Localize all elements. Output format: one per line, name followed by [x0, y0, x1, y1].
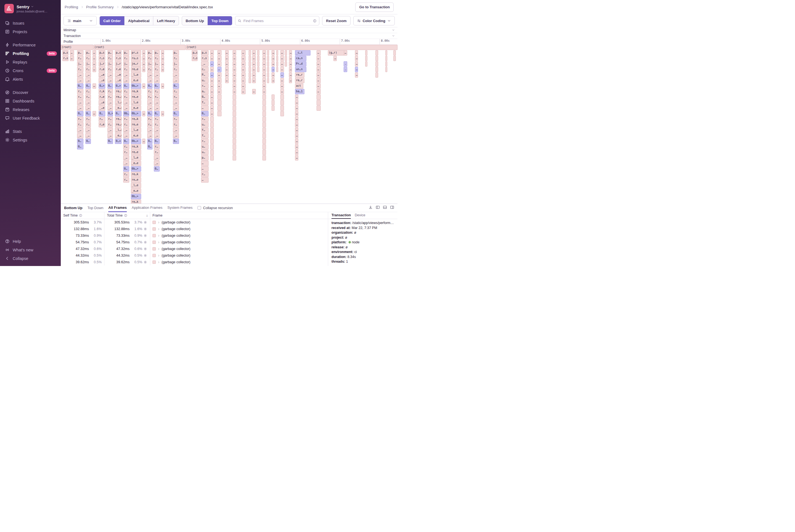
flame-cell[interactable]: _… — [147, 133, 152, 138]
flame-cell[interactable]: _… — [86, 78, 91, 83]
flame-cell[interactable] — [232, 133, 236, 138]
flame-cell[interactable]: _… — [108, 78, 113, 83]
flame-cell[interactable]: _… — [77, 133, 83, 138]
flame-cell[interactable]: … — [217, 67, 222, 72]
flame-cell[interactable] — [249, 50, 251, 56]
flame-cell[interactable]: 0… — [123, 83, 129, 89]
flame-cell[interactable] — [210, 128, 214, 133]
flame-cell[interactable]: _… — [173, 133, 179, 138]
flame-cell[interactable]: … — [280, 83, 284, 89]
flame-cell[interactable]: _… — [86, 72, 91, 78]
flame-cell[interactable]: r… — [147, 117, 152, 122]
flame-cell[interactable] — [280, 100, 284, 105]
flame-cell[interactable]: … — [161, 61, 164, 66]
flame-cell[interactable]: 0… — [86, 139, 91, 144]
frame-settings-button[interactable] — [142, 247, 148, 250]
panel-bottom-button[interactable] — [383, 205, 387, 210]
flame-cell[interactable]: 0… — [147, 111, 152, 116]
flame-cell[interactable]: … — [217, 83, 222, 89]
flame-cell[interactable]: … — [210, 106, 214, 111]
flame-cell[interactable]: r… — [173, 94, 179, 100]
tab-all-frames[interactable]: All Frames — [108, 204, 127, 212]
flame-cell[interactable]: … — [210, 72, 214, 78]
flame-cell[interactable]: u… — [201, 150, 209, 155]
go-to-transaction-button[interactable]: Go to Transaction — [355, 2, 394, 12]
flame-cell[interactable]: re…k — [115, 117, 121, 122]
flame-cell[interactable]: _… — [154, 155, 159, 160]
flame-cell[interactable]: .. — [344, 61, 347, 66]
flame-cell[interactable]: j… — [154, 61, 159, 66]
flame-cell[interactable]: … — [210, 67, 214, 72]
flame-cell[interactable]: p…s — [201, 50, 209, 56]
flame-cell[interactable]: … — [242, 50, 246, 56]
flame-cell[interactable] — [232, 150, 236, 155]
flame-cell[interactable]: _… — [108, 133, 113, 138]
flame-cell[interactable]: _… — [173, 72, 179, 78]
flame-cell[interactable] — [257, 56, 259, 61]
flame-cell[interactable]: _… — [77, 100, 83, 105]
flame-cell[interactable]: re…k — [131, 117, 141, 122]
flame-cell[interactable]: … — [232, 83, 236, 89]
panel-right-button[interactable] — [390, 205, 394, 210]
flame-cell[interactable]: … — [289, 72, 292, 78]
sidebar-item-performance[interactable]: Performance — [0, 41, 61, 49]
flame-cell[interactable]: … — [271, 72, 275, 78]
flame-cell[interactable]: … — [210, 89, 214, 94]
flame-cell[interactable] — [210, 133, 214, 138]
flame-cell[interactable]: … — [232, 67, 236, 72]
flame-cell[interactable]: r…e — [115, 67, 121, 72]
org-switcher[interactable]: Sentry jonas.badalic@sent… — [0, 0, 61, 16]
flame-cell[interactable]: _… — [154, 133, 159, 138]
minimap-section-header[interactable]: Minimap — [61, 27, 398, 33]
search-input[interactable] — [243, 19, 311, 23]
flame-cell[interactable] — [249, 56, 251, 61]
flame-cell[interactable]: _… — [147, 128, 152, 133]
flame-cell[interactable] — [210, 155, 214, 160]
flame-cell[interactable]: … — [225, 56, 229, 61]
flame-cell[interactable]: r… — [86, 89, 91, 94]
flame-cell[interactable]: re…e — [131, 67, 141, 72]
flame-cell[interactable]: _… — [123, 106, 129, 111]
flame-cell[interactable]: r… — [86, 122, 91, 127]
flame-cell[interactable]: … — [232, 78, 236, 83]
flame-cell[interactable]: _… — [77, 106, 83, 111]
flame-cell[interactable]: r… — [123, 89, 129, 94]
flame-cell[interactable]: re…r — [295, 78, 304, 83]
flame-cell[interactable]: r… — [173, 117, 179, 122]
flame-cell[interactable]: r… — [201, 83, 209, 89]
flame-cell[interactable]: r… — [123, 144, 129, 149]
flame-cell[interactable]: … — [242, 61, 246, 66]
flame-cell[interactable]: act — [295, 83, 303, 89]
flame-cell[interactable] — [375, 50, 378, 56]
flame-cell[interactable]: _… — [123, 100, 129, 105]
flame-cell[interactable]: r… — [108, 122, 113, 127]
flame-cell[interactable] — [365, 50, 367, 56]
flame-cell[interactable]: r… — [123, 67, 129, 72]
flame-cell[interactable]: r… — [173, 67, 179, 72]
flame-cell[interactable] — [217, 94, 222, 100]
flame-cell[interactable]: 0…> — [99, 83, 105, 89]
flame-cell[interactable]: r… — [154, 122, 159, 127]
flame-cell[interactable]: … — [271, 67, 275, 72]
flame-cell[interactable] — [280, 94, 284, 100]
flame-cell[interactable]: 0… — [147, 139, 152, 144]
flame-cell[interactable]: p… — [108, 50, 113, 56]
flame-cell[interactable]: 0b…> — [131, 139, 141, 144]
flame-cell[interactable]: … — [262, 72, 266, 78]
flame-cell[interactable]: j… — [86, 61, 91, 66]
flame-cell[interactable] — [232, 100, 236, 105]
flame-cell[interactable]: 0… — [154, 83, 159, 89]
flame-cell[interactable]: _… — [154, 100, 159, 105]
flame-cell[interactable] — [232, 94, 236, 100]
flame-cell[interactable]: j… — [123, 61, 129, 66]
chevron-down-icon[interactable] — [392, 35, 395, 37]
flame-cell[interactable]: ru…s — [131, 56, 141, 61]
sort-call-order[interactable]: Call Order — [100, 16, 124, 25]
flame-cell[interactable]: … — [289, 61, 292, 66]
flame-cell[interactable]: a… — [201, 89, 209, 94]
download-button[interactable] — [368, 205, 373, 210]
flame-cell[interactable]: 0b…> — [131, 166, 141, 172]
flame-cell[interactable]: … — [355, 72, 358, 78]
flame-cell[interactable]: _… — [123, 72, 129, 78]
flame-cell[interactable]: … — [334, 56, 337, 61]
